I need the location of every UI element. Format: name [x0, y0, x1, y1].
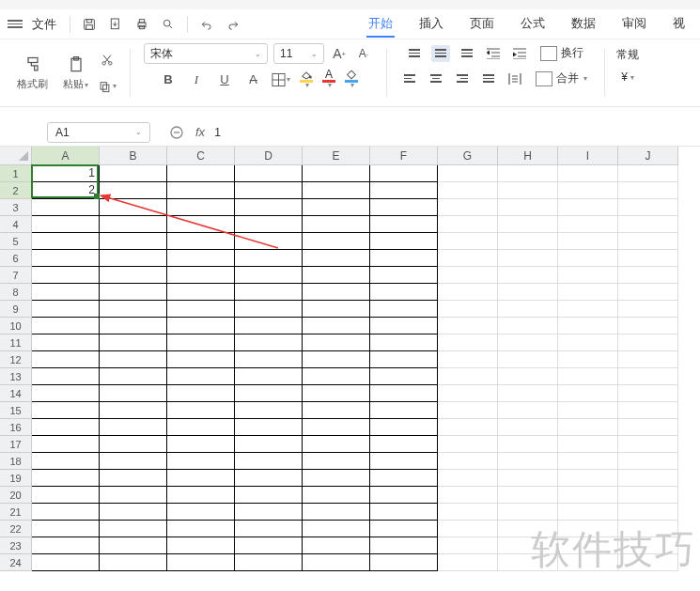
cell[interactable]: 2 — [32, 182, 100, 199]
borders-button[interactable]: ▾ — [272, 70, 290, 89]
cell[interactable] — [558, 233, 618, 250]
cell[interactable] — [618, 199, 678, 216]
cell[interactable] — [32, 284, 100, 301]
cell[interactable] — [235, 318, 303, 334]
cell[interactable] — [303, 301, 370, 318]
cell[interactable] — [100, 334, 167, 351]
cell[interactable]: 1 — [32, 165, 100, 182]
cell[interactable] — [618, 233, 678, 250]
cell[interactable] — [370, 521, 438, 537]
cell[interactable] — [100, 554, 167, 571]
tab-数据[interactable]: 数据 — [569, 11, 598, 38]
align-top-icon[interactable] — [405, 45, 424, 62]
cell[interactable] — [100, 453, 167, 470]
cell[interactable] — [438, 504, 498, 521]
cell[interactable] — [32, 487, 100, 504]
cell[interactable] — [558, 318, 618, 334]
cell[interactable] — [438, 436, 498, 453]
cell[interactable] — [498, 233, 558, 250]
cell[interactable] — [370, 318, 438, 334]
align-justify-icon[interactable] — [479, 70, 498, 87]
cell[interactable] — [235, 284, 303, 301]
cell[interactable] — [32, 402, 100, 419]
cell[interactable] — [167, 521, 235, 537]
cell[interactable] — [438, 301, 498, 318]
cell[interactable] — [100, 301, 167, 318]
cell[interactable] — [370, 182, 438, 199]
row-header[interactable]: 23 — [0, 537, 32, 554]
cell[interactable] — [618, 318, 678, 334]
cell[interactable] — [167, 182, 235, 199]
row-header[interactable]: 6 — [0, 250, 32, 267]
cell[interactable] — [618, 470, 678, 487]
italic-button[interactable]: I — [187, 70, 206, 89]
cell[interactable] — [100, 284, 167, 301]
cell[interactable] — [438, 182, 498, 199]
cell[interactable] — [558, 284, 618, 301]
cell[interactable] — [438, 267, 498, 284]
cell[interactable] — [32, 334, 100, 351]
cell[interactable] — [167, 284, 235, 301]
cell[interactable] — [558, 165, 618, 182]
cell[interactable] — [370, 385, 438, 402]
cell[interactable] — [438, 165, 498, 182]
cell[interactable] — [167, 233, 235, 250]
cell[interactable] — [32, 537, 100, 554]
cell[interactable] — [558, 199, 618, 216]
row-header[interactable]: 1 — [0, 165, 32, 182]
cell[interactable] — [235, 267, 303, 284]
cell[interactable] — [558, 537, 618, 554]
bold-button[interactable]: B — [159, 70, 178, 89]
cell[interactable] — [100, 182, 167, 199]
cell[interactable] — [438, 487, 498, 504]
cell[interactable] — [167, 199, 235, 216]
cell[interactable] — [498, 318, 558, 334]
cell[interactable] — [370, 284, 438, 301]
cell[interactable] — [32, 216, 100, 233]
cell[interactable] — [167, 334, 235, 351]
cell[interactable] — [235, 521, 303, 537]
cell[interactable] — [100, 436, 167, 453]
cell[interactable] — [558, 436, 618, 453]
cell[interactable] — [303, 165, 370, 182]
cell[interactable] — [303, 402, 370, 419]
cell[interactable] — [303, 537, 370, 554]
cell[interactable] — [100, 402, 167, 419]
cell[interactable] — [100, 487, 167, 504]
align-right-icon[interactable] — [453, 70, 472, 87]
cell[interactable] — [167, 385, 235, 402]
cell[interactable] — [100, 470, 167, 487]
cell[interactable] — [32, 470, 100, 487]
cell[interactable] — [498, 334, 558, 351]
cell[interactable] — [558, 301, 618, 318]
cell[interactable] — [100, 521, 167, 537]
cell[interactable] — [235, 334, 303, 351]
tab-开始[interactable]: 开始 — [366, 11, 395, 38]
row-header[interactable]: 19 — [0, 470, 32, 487]
cell[interactable] — [370, 334, 438, 351]
cell[interactable] — [438, 402, 498, 419]
cell[interactable] — [558, 487, 618, 504]
cell[interactable] — [370, 504, 438, 521]
cell[interactable] — [235, 487, 303, 504]
column-header[interactable]: A — [32, 147, 100, 165]
print-icon[interactable] — [131, 13, 153, 36]
cell[interactable] — [618, 351, 678, 368]
cell[interactable] — [370, 554, 438, 571]
row-header[interactable]: 11 — [0, 334, 32, 351]
cell[interactable] — [498, 368, 558, 385]
cell[interactable] — [438, 453, 498, 470]
fx-icon[interactable]: fx — [195, 125, 205, 139]
cell[interactable] — [498, 301, 558, 318]
cell[interactable] — [32, 351, 100, 368]
row-header[interactable]: 8 — [0, 284, 32, 301]
cell[interactable] — [303, 368, 370, 385]
cell[interactable] — [618, 402, 678, 419]
cell[interactable] — [558, 402, 618, 419]
align-middle-icon[interactable] — [431, 45, 450, 62]
cell[interactable] — [618, 537, 678, 554]
increase-indent-icon[interactable] — [510, 45, 529, 62]
cell[interactable] — [100, 385, 167, 402]
cell[interactable] — [498, 402, 558, 419]
cell[interactable] — [235, 182, 303, 199]
